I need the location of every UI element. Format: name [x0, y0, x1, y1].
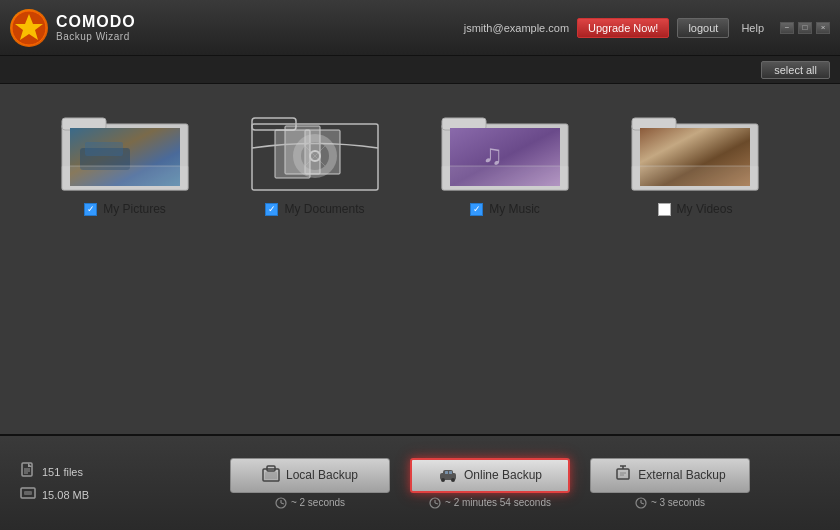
svg-line-47: [435, 503, 438, 504]
svg-line-38: [281, 503, 284, 504]
folder-name-documents: My Documents: [284, 202, 364, 216]
folder-item-my-documents[interactable]: My Documents: [220, 104, 410, 216]
svg-rect-8: [62, 166, 188, 190]
window-controls: − □ ×: [780, 22, 830, 34]
logout-button[interactable]: logout: [677, 18, 729, 38]
local-backup-time-text: ~ 2 seconds: [291, 497, 345, 508]
local-backup-group: Local Backup ~ 2 seconds: [230, 458, 390, 509]
svg-rect-34: [265, 472, 277, 479]
folder-checkbox-music[interactable]: [470, 203, 483, 216]
logo-text: COMODO Backup Wizard: [56, 13, 136, 42]
online-backup-button[interactable]: Online Backup: [410, 458, 570, 493]
select-all-button[interactable]: select all: [761, 61, 830, 79]
online-backup-time: ~ 2 minutes 54 seconds: [429, 497, 551, 509]
folder-item-my-music[interactable]: ♫ My Music: [410, 104, 600, 216]
size-icon: [20, 485, 36, 504]
folder-icon-my-videos: [630, 104, 760, 194]
folder-label-row-videos: My Videos: [658, 202, 733, 216]
folder-icon-my-pictures: [60, 104, 190, 194]
app-subtitle: Backup Wizard: [56, 31, 136, 42]
bottom-bar: 151 files 15.08 MB: [0, 434, 840, 530]
file-size-row: 15.08 MB: [20, 485, 160, 504]
online-backup-label: Online Backup: [464, 468, 542, 482]
folder-item-my-videos[interactable]: My Videos: [600, 104, 790, 216]
external-backup-time: ~ 3 seconds: [635, 497, 705, 509]
folder-checkbox-pictures[interactable]: [84, 203, 97, 216]
header-right: jsmith@example.com Upgrade Now! logout H…: [464, 18, 830, 38]
logo-area: COMODO Backup Wizard: [10, 9, 136, 47]
folder-label-row-documents: My Documents: [265, 202, 364, 216]
svg-rect-26: [632, 166, 758, 190]
online-backup-icon: [438, 466, 458, 485]
file-icon: [20, 462, 36, 481]
online-backup-group: Online Backup ~ 2 minutes 54 seconds: [410, 458, 570, 509]
folder-label-row-pictures: My Pictures: [84, 202, 166, 216]
folder-checkbox-documents[interactable]: [265, 203, 278, 216]
file-count: 151 files: [42, 466, 83, 478]
folder-name-videos: My Videos: [677, 202, 733, 216]
svg-rect-21: [442, 166, 568, 190]
online-backup-time-text: ~ 2 minutes 54 seconds: [445, 497, 551, 508]
svg-rect-43: [445, 471, 448, 474]
user-email: jsmith@example.com: [464, 22, 569, 34]
restore-button[interactable]: □: [798, 22, 812, 34]
help-link[interactable]: Help: [741, 22, 764, 34]
external-backup-group: External Backup ~ 3 seconds: [590, 458, 750, 509]
svg-point-42: [451, 478, 455, 482]
close-button[interactable]: ×: [816, 22, 830, 34]
stats-section: 151 files 15.08 MB: [20, 462, 160, 504]
svg-line-55: [641, 503, 644, 504]
local-backup-button[interactable]: Local Backup: [230, 458, 390, 493]
folder-checkbox-videos[interactable]: [658, 203, 671, 216]
file-size: 15.08 MB: [42, 489, 89, 501]
brand-name: COMODO: [56, 13, 136, 31]
folder-item-my-pictures[interactable]: My Pictures: [30, 104, 220, 216]
folder-name-pictures: My Pictures: [103, 202, 166, 216]
svg-rect-7: [85, 142, 123, 156]
upgrade-button[interactable]: Upgrade Now!: [577, 18, 669, 38]
folder-label-row-music: My Music: [470, 202, 540, 216]
svg-rect-44: [449, 471, 452, 474]
select-all-bar: select all: [0, 56, 840, 84]
folder-icon-my-music: ♫: [440, 104, 570, 194]
external-backup-icon: [614, 465, 632, 486]
external-backup-time-text: ~ 3 seconds: [651, 497, 705, 508]
svg-point-41: [441, 478, 445, 482]
local-backup-label: Local Backup: [286, 468, 358, 482]
local-backup-time: ~ 2 seconds: [275, 497, 345, 509]
title-bar: COMODO Backup Wizard jsmith@example.com …: [0, 0, 840, 56]
logo-icon: [10, 9, 48, 47]
folder-icon-my-documents: [250, 104, 380, 194]
main-content: My Pictures: [0, 84, 840, 434]
minimize-button[interactable]: −: [780, 22, 794, 34]
svg-text:♫: ♫: [482, 139, 503, 170]
svg-rect-48: [617, 469, 629, 479]
file-count-row: 151 files: [20, 462, 160, 481]
svg-rect-32: [24, 491, 32, 495]
folder-name-music: My Music: [489, 202, 540, 216]
external-backup-button[interactable]: External Backup: [590, 458, 750, 493]
backup-buttons: Local Backup ~ 2 seconds: [160, 458, 820, 509]
external-backup-label: External Backup: [638, 468, 725, 482]
folder-grid: My Pictures: [30, 104, 810, 216]
local-backup-icon: [262, 465, 280, 486]
